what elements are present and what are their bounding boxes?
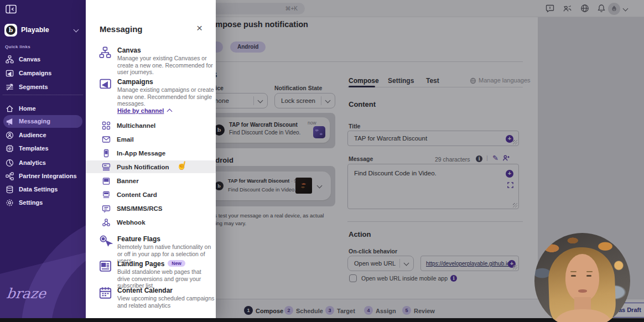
sidebar-item-home[interactable]: Home [6,102,83,115]
sidebar-item-segments[interactable]: Segments [6,81,83,93]
personalization-add-icon[interactable]: + [506,170,513,178]
edit-pencil-icon[interactable]: ✎ [492,154,498,162]
person-add-icon[interactable] [502,154,510,162]
sidebar-item-settings[interactable]: Settings [6,196,83,209]
canvas-icon [6,55,14,64]
channel-item-webhook[interactable]: Webhook [86,216,216,229]
step-4-circle[interactable]: 4 [364,306,373,315]
select-divider [253,96,254,105]
sidebar-item-data-settings[interactable]: Data Settings [6,183,83,195]
flyout-item-canvas[interactable]: Canvas [117,46,141,54]
channel-item-in-app-message[interactable]: In-App Message [86,147,216,160]
preview-note: Always test your message on a real devic… [200,212,331,227]
braze-logo: braze [6,285,46,302]
expand-icon[interactable] [507,182,513,188]
canvas-icon [98,46,112,59]
presenter-lips [578,289,587,293]
notification-body: Find Discount Code in Video. [228,186,296,193]
channel-item-multichannel[interactable]: Multichannel [86,119,216,132]
notification-title: TAP for Warcraft Discount [228,178,289,184]
info-icon[interactable]: i [476,155,482,162]
notification-time: now [308,120,316,126]
step-4-label[interactable]: Assign [376,308,396,314]
message-value: Find Discount Code in Video. [354,170,437,176]
channel-item-email[interactable]: Email [86,133,216,146]
sidebar-item-audience[interactable]: Audience [6,129,83,141]
open-inside-checkbox[interactable] [349,274,357,282]
select-divider [321,96,321,105]
title-input[interactable]: TAP for Warcraft Discount + [347,131,519,146]
sidebar-item-campaigns[interactable]: Campaigns [6,67,83,79]
close-icon[interactable]: × [196,22,202,34]
header-divider [205,61,523,62]
quick-links-label: Quick links [5,44,30,49]
step-1-label[interactable]: Compose [256,308,283,314]
manage-languages-button[interactable]: Manage languages [479,77,531,84]
flyout-item-landing-pages[interactable]: Landing PagesNew [117,260,185,268]
webhook-icon [102,218,111,227]
campaigns-icon [99,77,112,90]
app-icon: b [215,181,224,190]
user-avatar[interactable] [608,3,620,15]
audience-icon [6,131,14,139]
flyout-item-content-calendar[interactable]: Content Calendar [117,287,173,294]
step-5-label[interactable]: Review [414,308,435,314]
collapse-sidebar-icon[interactable] [6,4,17,14]
presenter-face [565,254,599,302]
web-url-input[interactable]: https://developerplayable.github.io + [420,256,519,271]
home-icon [6,105,14,113]
notification-state-select[interactable]: Lock screen [274,93,335,108]
message-textarea[interactable]: Find Discount Code in Video. + [347,164,519,209]
page-title: Compose push notification [205,20,308,29]
chevron-down-icon [325,97,331,103]
sidebar-item-analytics[interactable]: Analytics [6,157,83,169]
content-heading: Content [349,100,376,108]
sidebar-item-messaging[interactable]: Messaging [6,115,83,127]
tab-compose[interactable]: Compose [349,77,379,85]
info-icon[interactable]: i [450,275,457,282]
sidebar-item-canvas[interactable]: Canvas [6,53,83,65]
channel-item-content-card[interactable]: Content Card [86,188,216,201]
flyout-item-campaigns-desc: Manage existing campaigns or create a ne… [117,86,215,107]
resize-handle[interactable] [513,203,517,207]
step-5-circle[interactable]: 5 [402,306,411,315]
android-notification-preview: b TAP for Warcraft Discount · 9m Find Di… [208,172,331,200]
tab-test[interactable]: Test [426,77,439,85]
notification-state-label: Notification State [274,85,322,91]
chat-icon[interactable] [546,4,554,13]
step-1-circle[interactable]: 1 [244,306,253,315]
step-2-circle[interactable]: 2 [284,306,293,315]
expand-chevron-icon[interactable] [317,183,323,189]
globe-icon [470,77,476,84]
resize-handle[interactable] [513,265,517,269]
step-3-circle[interactable]: 3 [325,306,334,315]
people-icon[interactable] [563,4,572,13]
tab-settings[interactable]: Settings [388,77,414,85]
flyout-item-campaigns[interactable]: Campaigns [117,78,153,86]
bell-icon[interactable] [597,4,606,13]
workspace-name[interactable]: Playable [21,26,49,34]
channel-item-sms[interactable]: SMS/MMS/RCS [86,202,216,215]
flyout-item-feature-flags[interactable]: Feature Flags [117,235,160,243]
personalization-add-icon[interactable]: + [506,135,513,143]
globe-icon[interactable] [580,4,589,13]
step-3-label[interactable]: Target [337,308,355,314]
sidebar-item-templates[interactable]: Templates [6,142,83,154]
resize-handle[interactable] [513,140,517,144]
message-label: Message [349,155,373,162]
channel-item-banner[interactable]: Banner [86,174,216,188]
title-value: TAP for Warcraft Discount [354,135,427,142]
step-2-label[interactable]: Schedule [296,308,323,314]
workspace-chevron-icon[interactable] [74,27,79,33]
sidebar-item-partner-integrations[interactable]: Partner Integrations [6,170,83,182]
messaging-icon [6,117,14,126]
char-count: 29 characters [435,156,470,163]
multichannel-icon [102,121,111,130]
onclick-behavior-select[interactable]: Open web URL [347,256,414,271]
hide-by-channel-link[interactable]: Hide by channel [117,107,164,114]
ios-notification-preview: b TAP for Warcraft Discount Find Discoun… [208,117,330,143]
presenter-brow [570,271,577,272]
webcam-overlay [534,233,630,322]
action-heading: Action [349,230,371,238]
channel-item-push-notification[interactable]: Push Notification [86,160,216,173]
